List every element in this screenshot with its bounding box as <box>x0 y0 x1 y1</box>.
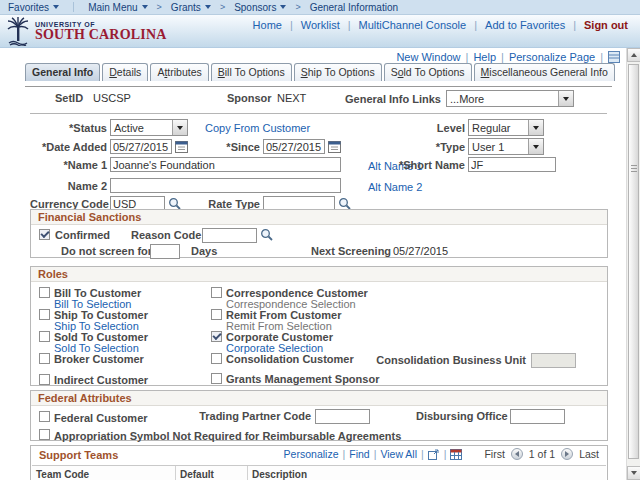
roles-title: Roles <box>31 267 607 282</box>
correspondence-customer-checkbox[interactable] <box>211 287 222 298</box>
breadcrumb-sponsors-label: Sponsors <box>234 2 276 13</box>
dropdown-arrow-icon <box>177 126 183 130</box>
dropdown-button[interactable] <box>558 91 573 106</box>
do-not-screen-input[interactable] <box>150 244 180 259</box>
grants-management-sponsor-checkbox[interactable] <box>211 373 222 384</box>
indirect-customer-label: Indirect Customer <box>54 374 148 386</box>
short-name-label: *Short Name <box>397 159 465 171</box>
disbursing-office-label: Disbursing Office <box>416 410 506 422</box>
personalize-link[interactable]: Personalize <box>284 448 339 460</box>
worklist-link[interactable]: Worklist <box>301 19 340 31</box>
do-not-screen-label: Do not screen for <box>61 245 147 257</box>
dropdown-arrow-icon <box>563 97 569 101</box>
breadcrumb: Favorites Main Menu > Grants > Sponsors … <box>0 0 640 15</box>
general-info-links-value: ...More <box>447 93 558 105</box>
reason-code-lookup-icon[interactable] <box>260 228 273 241</box>
breadcrumb-divider <box>73 2 74 12</box>
federal-customer-checkbox[interactable] <box>39 411 50 422</box>
roles-groupbox: Roles Bill To Customer Bill To Selection… <box>30 266 608 386</box>
since-input[interactable] <box>263 139 325 154</box>
broker-customer-checkbox[interactable] <box>39 353 50 364</box>
status-label: *Status <box>30 122 107 134</box>
find-link[interactable]: Find <box>349 448 369 460</box>
dropdown-button[interactable] <box>528 139 543 154</box>
chevron-down-icon <box>205 5 211 9</box>
key-row-rule <box>30 113 607 114</box>
support-teams-groupbox: Support Teams Personalize | Find | View … <box>30 445 608 480</box>
consolidation-customer-label: Consolidation Customer <box>226 353 354 365</box>
tab-ship-to-options[interactable]: Ship To Options <box>294 63 382 81</box>
add-to-favorites-link[interactable]: Add to Favorites <box>485 19 565 31</box>
short-name-input[interactable] <box>468 157 556 172</box>
breadcrumb-separator: > <box>220 2 225 12</box>
help-link[interactable]: Help <box>473 51 496 63</box>
breadcrumb-grants[interactable]: Grants <box>171 2 211 13</box>
general-info-links-select[interactable]: ...More <box>446 90 574 107</box>
tab-details[interactable]: Details <box>102 63 148 81</box>
sign-out-link[interactable]: Sign out <box>584 19 628 31</box>
usc-logo: UNIVERSITY OF SOUTH CAROLINA <box>5 17 167 46</box>
home-link[interactable]: Home <box>253 19 282 31</box>
confirmed-label: Confirmed <box>55 229 110 241</box>
consolidation-customer-checkbox[interactable] <box>211 353 222 364</box>
breadcrumb-sponsors[interactable]: Sponsors <box>234 2 286 13</box>
confirmed-checkbox[interactable] <box>39 229 50 240</box>
name2-input[interactable] <box>110 178 341 193</box>
link-separator: | <box>501 51 504 63</box>
reason-code-input[interactable] <box>202 228 257 243</box>
dropdown-button[interactable] <box>528 120 543 135</box>
personalize-page-link[interactable]: Personalize Page <box>509 51 595 63</box>
trading-partner-code-input[interactable] <box>315 409 370 424</box>
pager-next-button[interactable] <box>561 448 573 460</box>
multichannel-console-link[interactable]: MultiChannel Console <box>359 19 467 31</box>
dropdown-button[interactable] <box>172 120 187 135</box>
tab-sold-to-options[interactable]: Sold To Options <box>384 63 472 81</box>
breadcrumb-separator: > <box>157 2 162 12</box>
breadcrumb-favorites[interactable]: Favorites <box>8 2 59 13</box>
personalize-layout-icon[interactable] <box>608 51 620 63</box>
status-select[interactable]: Active <box>110 119 188 136</box>
since-calendar-icon[interactable] <box>328 140 341 153</box>
page-action-bar: New Window | Help | Personalize Page | <box>391 51 620 63</box>
type-select[interactable]: User 1 <box>468 138 544 155</box>
pager-last-label[interactable]: Last <box>579 448 599 460</box>
consolidation-business-unit-input <box>531 353 576 368</box>
view-all-link[interactable]: View All <box>380 448 417 460</box>
corporate-customer-checkbox[interactable] <box>211 331 222 342</box>
vertical-scrollbar[interactable] <box>626 48 640 480</box>
scrollbar-thumb[interactable] <box>628 64 639 459</box>
tab-general-info[interactable]: General Info <box>25 63 100 81</box>
link-separator: | <box>466 51 469 63</box>
date-added-input[interactable] <box>110 139 172 154</box>
scroll-up-button[interactable] <box>627 48 640 62</box>
tab-miscellaneous-general-info[interactable]: Miscellaneous General Info <box>474 63 615 81</box>
alt-name2-link[interactable]: Alt Name 2 <box>368 181 422 193</box>
pager-first-label[interactable]: First <box>484 448 504 460</box>
tab-attributes[interactable]: Attributes <box>150 63 208 81</box>
tabstrip-rule <box>25 86 612 87</box>
grid-download-icon[interactable] <box>450 449 462 460</box>
tab-bill-to-options[interactable]: Bill To Options <box>211 63 292 81</box>
remit-from-customer-checkbox[interactable] <box>211 309 222 320</box>
breadcrumb-main-menu[interactable]: Main Menu <box>88 2 147 13</box>
masthead: UNIVERSITY OF SOUTH CAROLINA Home | Work… <box>0 15 640 48</box>
pager-previous-button[interactable] <box>511 448 523 460</box>
appropriation-symbol-checkbox[interactable] <box>39 429 50 440</box>
level-value: Regular <box>469 122 528 134</box>
ship-to-customer-checkbox[interactable] <box>39 309 50 320</box>
next-screening-value: 05/27/2015 <box>393 245 448 257</box>
disbursing-office-input[interactable] <box>510 409 565 424</box>
page-tabs: General Info Details Attributes Bill To … <box>25 63 617 81</box>
name1-input[interactable] <box>110 157 341 172</box>
chevron-down-icon <box>142 5 148 9</box>
sold-to-customer-checkbox[interactable] <box>39 331 50 342</box>
level-select[interactable]: Regular <box>468 119 544 136</box>
copy-from-customer-link[interactable]: Copy From Customer <box>205 122 310 134</box>
indirect-customer-checkbox[interactable] <box>39 374 50 385</box>
new-window-link[interactable]: New Window <box>396 51 460 63</box>
popup-window-icon[interactable] <box>428 449 440 460</box>
scroll-down-button[interactable] <box>627 466 640 480</box>
federal-attributes-title: Federal Attributes <box>31 391 607 406</box>
breadcrumb-favorites-label: Favorites <box>8 2 49 13</box>
bill-to-customer-checkbox[interactable] <box>39 287 50 298</box>
